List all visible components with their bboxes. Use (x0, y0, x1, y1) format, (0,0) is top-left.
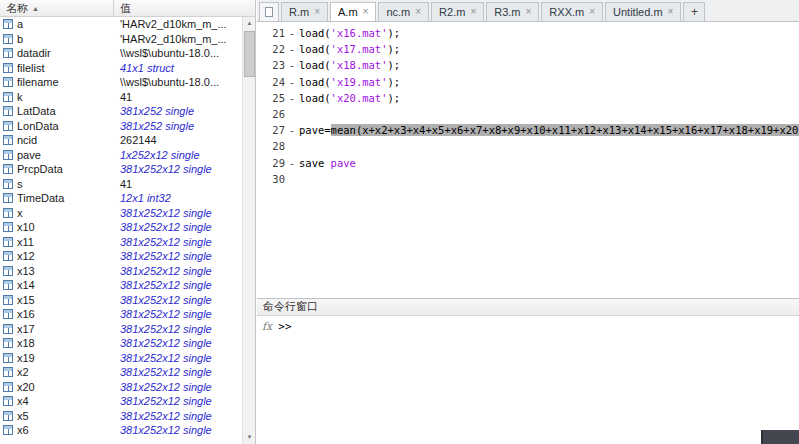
breakpoint-dash[interactable]: - (285, 76, 299, 88)
variable-value: 41x1 struct (113, 62, 242, 74)
close-icon[interactable]: × (314, 7, 320, 17)
line-number[interactable]: 28 (257, 140, 285, 152)
workspace-row[interactable]: x17381x252x12 single (0, 322, 242, 337)
variable-grid-icon (3, 19, 13, 29)
line-code: pave=mean(x+x2+x3+x4+x5+x6+x7+x8+x9+x10+… (299, 124, 799, 136)
workspace-row[interactable]: k41 (0, 90, 242, 105)
variable-value: 381x252x12 single (113, 221, 242, 233)
variable-name: TimeData (17, 192, 113, 204)
fx-icon[interactable]: fx (262, 320, 272, 333)
line-number[interactable]: 26 (257, 108, 285, 120)
line-number[interactable]: 21 (257, 27, 285, 39)
code-line: 21-load('x16.mat'); (257, 25, 799, 41)
variable-grid-icon (3, 324, 13, 334)
variable-value: 381x252 single (113, 120, 242, 132)
workspace-row[interactable]: s41 (0, 177, 242, 192)
workspace-row[interactable]: LatData381x252 single (0, 104, 242, 119)
workspace-row[interactable]: b'HARv2_d10km_m_... (0, 32, 242, 47)
sort-ascending-icon: ▲ (32, 5, 39, 12)
breakpoint-dash[interactable]: - (285, 157, 299, 169)
tab-label: nc.m (386, 6, 410, 18)
workspace-scrollbar[interactable]: ▲ ▼ (242, 17, 255, 444)
editor-tab-untitled-m[interactable]: Untitled.m× (605, 2, 681, 21)
workspace-row[interactable]: x19381x252x12 single (0, 351, 242, 366)
editor-tab-rxx-m[interactable]: RXX.m× (541, 2, 603, 21)
variable-value: 381x252 single (113, 105, 242, 117)
workspace-row[interactable]: x20381x252x12 single (0, 380, 242, 395)
line-number[interactable]: 23 (257, 59, 285, 71)
variable-value: 381x252x12 single (113, 395, 242, 407)
workspace-row[interactable]: x12381x252x12 single (0, 249, 242, 264)
workspace-row[interactable]: x14381x252x12 single (0, 278, 242, 293)
breakpoint-dash[interactable]: - (285, 43, 299, 55)
code-text: ); (388, 27, 401, 39)
editor-tab-r-m[interactable]: R.m× (281, 2, 328, 21)
variable-grid-icon (3, 425, 13, 435)
workspace-row[interactable]: datadir\\wsl$\ubuntu-18.0... (0, 46, 242, 61)
breakpoint-dash[interactable]: - (285, 92, 299, 104)
code-editor[interactable]: 21-load('x16.mat');22-load('x17.mat');23… (257, 22, 799, 298)
value-column-header[interactable]: 值 (114, 1, 255, 16)
workspace-row[interactable]: x6381x252x12 single (0, 423, 242, 438)
command-window[interactable]: fx>> (257, 316, 799, 444)
variable-value: 41 (113, 178, 242, 190)
workspace-row[interactable]: x15381x252x12 single (0, 293, 242, 308)
workspace-row[interactable]: x16381x252x12 single (0, 307, 242, 322)
line-number[interactable]: 22 (257, 43, 285, 55)
workspace-row[interactable]: x5381x252x12 single (0, 409, 242, 424)
new-tab-button[interactable]: + (683, 2, 705, 21)
close-icon[interactable]: × (589, 7, 595, 17)
workspace-row[interactable]: TimeData12x1 int32 (0, 191, 242, 206)
breakpoint-dash[interactable]: - (285, 59, 299, 71)
string-literal: pave (331, 157, 356, 169)
workspace-row[interactable]: a'HARv2_d10km_m_... (0, 17, 242, 32)
editor-tab-r2-m[interactable]: R2.m× (431, 2, 484, 21)
code-text: load( (299, 92, 331, 104)
line-number[interactable]: 27 (257, 124, 285, 136)
variable-grid-icon (3, 353, 13, 363)
close-icon[interactable]: × (668, 7, 674, 17)
breakpoint-dash[interactable]: - (285, 124, 299, 136)
variable-grid-icon (3, 309, 13, 319)
code-text: ); (388, 59, 401, 71)
editor-tab-a-m[interactable]: A.m× (330, 2, 376, 21)
code-line: 26 (257, 106, 799, 122)
editor-tab-r3-m[interactable]: R3.m× (486, 2, 539, 21)
close-icon[interactable]: × (415, 7, 421, 17)
workspace-row[interactable]: PrcpData381x252x12 single (0, 162, 242, 177)
close-icon[interactable]: × (470, 7, 476, 17)
tab-label: Untitled.m (613, 6, 663, 18)
scroll-down-icon[interactable]: ▼ (243, 431, 256, 444)
line-number[interactable]: 30 (257, 173, 285, 185)
variable-grid-icon (3, 266, 13, 276)
workspace-row[interactable]: x4381x252x12 single (0, 394, 242, 409)
editor-tab-nc-m[interactable]: nc.m× (378, 2, 429, 21)
code-text: load( (299, 27, 331, 39)
breakpoint-dash[interactable]: - (285, 27, 299, 39)
variable-value: 'HARv2_d10km_m_... (113, 33, 242, 45)
workspace-row[interactable]: x11381x252x12 single (0, 235, 242, 250)
line-number[interactable]: 24 (257, 76, 285, 88)
line-number[interactable]: 25 (257, 92, 285, 104)
workspace-row[interactable]: x13381x252x12 single (0, 264, 242, 279)
workspace-row[interactable]: filename\\wsl$\ubuntu-18.0... (0, 75, 242, 90)
workspace-row[interactable]: x18381x252x12 single (0, 336, 242, 351)
workspace-row[interactable]: filelist41x1 struct (0, 61, 242, 76)
close-icon[interactable]: × (363, 7, 369, 17)
workspace-row[interactable]: x10381x252x12 single (0, 220, 242, 235)
workspace-row[interactable]: x2381x252x12 single (0, 365, 242, 380)
scrollbar-thumb[interactable] (244, 31, 255, 77)
workspace-row[interactable]: pave1x252x12 single (0, 148, 242, 163)
line-code: load('x16.mat'); (299, 27, 400, 39)
line-number[interactable]: 29 (257, 157, 285, 169)
workspace-row[interactable]: LonData381x252 single (0, 119, 242, 134)
string-literal: 'x20.mat' (331, 92, 388, 104)
variable-name: x10 (17, 221, 113, 233)
workspace-row[interactable]: ncid262144 (0, 133, 242, 148)
name-column-header[interactable]: 名称 ▲ (0, 0, 114, 16)
variable-value: \\wsl$\ubuntu-18.0... (113, 47, 242, 59)
close-icon[interactable]: × (526, 7, 532, 17)
workspace-row[interactable]: x381x252x12 single (0, 206, 242, 221)
scroll-up-icon[interactable]: ▲ (243, 17, 256, 30)
code-text: load( (299, 43, 331, 55)
